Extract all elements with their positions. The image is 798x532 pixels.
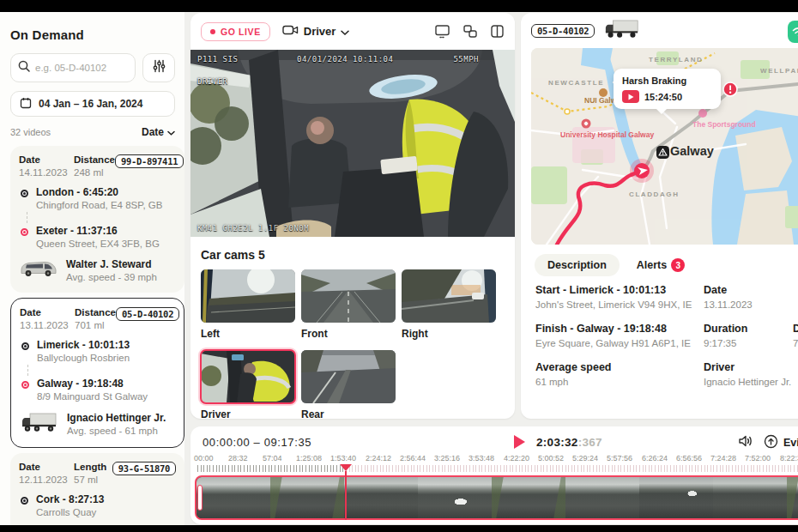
filmstrip-frame bbox=[492, 477, 565, 518]
filmstrip-frame bbox=[418, 477, 492, 518]
timeline-range: 00:00:00 – 09:17:35 bbox=[203, 436, 311, 449]
timeline-ticks-played[interactable] bbox=[197, 465, 345, 472]
sort-dropdown[interactable]: Date bbox=[142, 126, 175, 138]
filmstrip-trim-handle[interactable] bbox=[197, 485, 203, 511]
popup-event-time: 15:24:50 bbox=[644, 92, 682, 102]
go-live-label: GO LIVE bbox=[221, 27, 261, 37]
calendar-icon bbox=[20, 97, 32, 112]
route-start-icon bbox=[21, 342, 29, 350]
trip-item-2-selected[interactable]: Date 13.11.2023 Distance 701 ml 05-D-401… bbox=[10, 298, 184, 448]
trip-metric: 57 ml bbox=[74, 475, 112, 485]
volume-icon[interactable] bbox=[738, 434, 753, 451]
thumb-label: Rear bbox=[301, 408, 396, 419]
right-cam-image bbox=[402, 269, 496, 323]
search-icon bbox=[18, 60, 30, 76]
thumb-right-cam[interactable]: Right bbox=[402, 269, 496, 340]
truck-icon bbox=[20, 411, 59, 437]
evidence-button[interactable]: Evidence bbox=[764, 434, 798, 451]
split-view-icon[interactable] bbox=[490, 24, 505, 39]
field-driver: Driver Ignacio Hettinger Jr. bbox=[704, 361, 793, 387]
timecode-milliseconds: :367 bbox=[578, 436, 602, 449]
search-input-wrap bbox=[10, 53, 136, 82]
timeline-ticks-remaining[interactable] bbox=[346, 465, 798, 472]
main-video-player[interactable]: P111 SIS DRIVER 04/01/2024 10:11:04 55MP… bbox=[190, 50, 515, 237]
app-stage: On Demand 04 Jan – 16 Jan, 2024 32 video… bbox=[0, 12, 798, 525]
search-input[interactable] bbox=[35, 63, 121, 73]
playhead-line[interactable] bbox=[345, 471, 347, 520]
play-button[interactable] bbox=[514, 435, 525, 449]
map-poi-sportsground: The Sportsground bbox=[692, 120, 756, 130]
filmstrip-frame bbox=[344, 477, 418, 518]
camera-thumbnails: Left Front Right Driver Rear bbox=[190, 269, 515, 419]
license-plate-badge: 99-D-897411 bbox=[115, 154, 184, 168]
overlay-vehicle-plate: P111 SIS bbox=[197, 55, 238, 63]
thumb-front-cam[interactable]: Front bbox=[301, 269, 396, 340]
timeline-filmstrip[interactable] bbox=[195, 475, 798, 520]
map-poi-hospital: University Hospital Galway bbox=[560, 130, 629, 140]
trip-metric: 248 ml bbox=[74, 167, 115, 178]
stop-title: Limerick - 10:01:13 bbox=[37, 339, 130, 351]
map-label-wellpark: WELLPARK bbox=[760, 67, 798, 75]
map-label-terryland: TERRYLAND bbox=[649, 56, 703, 63]
license-plate-badge: 93-G-51870 bbox=[112, 462, 176, 475]
stop-address: Queen Street, EX4 3FB, BG bbox=[36, 239, 160, 249]
trip-map[interactable]: NEWCASTLE TERRYLAND WELLPARK CLADDAGH NU… bbox=[531, 48, 798, 245]
tab-description[interactable]: Description bbox=[535, 254, 620, 276]
trip-metric-label: Length bbox=[74, 462, 112, 472]
connectivity-status-icon bbox=[788, 21, 798, 43]
monitor-view-icon[interactable] bbox=[434, 24, 450, 39]
driver-name: Walter J. Steward bbox=[66, 258, 157, 270]
trip-date-label: Date bbox=[19, 462, 74, 472]
field-distance: Distance 701 ml bbox=[793, 323, 798, 348]
stop-address: 8/9 Mainguard St Galway bbox=[37, 391, 148, 402]
driver-cam-image bbox=[201, 350, 295, 403]
date-range-picker[interactable]: 04 Jan – 16 Jan, 2024 bbox=[10, 91, 175, 117]
page-title: On Demand bbox=[10, 27, 184, 42]
trip-metric-label: Distance bbox=[74, 154, 115, 165]
route-end-icon bbox=[21, 381, 29, 389]
trip-fields: Start - Limerick - 10:01:13 John's Stree… bbox=[535, 284, 798, 387]
overlay-cam-name: DRIVER bbox=[197, 77, 228, 86]
filter-button[interactable] bbox=[142, 53, 175, 82]
trip-list: Date 14.11.2023 Distance 248 ml 99-D-897… bbox=[10, 146, 184, 525]
trip-item-3[interactable]: Date 12.11.2023 Length 57 ml 93-G-51870 … bbox=[10, 453, 184, 525]
tab-alerts[interactable]: Alerts 3 bbox=[637, 258, 685, 272]
multi-window-icon[interactable] bbox=[462, 24, 478, 39]
field-start: Start - Limerick - 10:01:13 John's Stree… bbox=[535, 284, 704, 310]
stop-address: Ballyclough Rosbrien bbox=[37, 353, 130, 363]
camera-select-dropdown[interactable]: Driver bbox=[282, 24, 350, 39]
go-live-button[interactable]: GO LIVE bbox=[201, 22, 270, 41]
trip-detail-panel: 05-D-40102 bbox=[521, 13, 798, 419]
chevron-down-icon bbox=[167, 126, 175, 138]
thumb-label: Driver bbox=[201, 408, 295, 419]
thumb-rear-cam[interactable]: Rear bbox=[301, 350, 396, 419]
stop-address: Chingford Road, E4 8SP, GB bbox=[36, 200, 162, 210]
thumb-driver-cam-selected[interactable]: Driver bbox=[201, 350, 295, 419]
popup-play-button[interactable] bbox=[622, 90, 639, 103]
car-cams-title: Car cams 5 bbox=[201, 248, 505, 262]
stop-title: London - 6:45:20 bbox=[36, 186, 162, 198]
sort-label: Date bbox=[142, 126, 164, 138]
thumb-label: Front bbox=[301, 328, 396, 340]
license-plate-badge: 05-D-40102 bbox=[116, 307, 179, 321]
filmstrip-frame bbox=[639, 477, 713, 518]
stop-title: Cork - 8:27:13 bbox=[36, 493, 104, 505]
route-end-icon bbox=[21, 228, 28, 236]
thumb-label: Left bbox=[201, 328, 295, 340]
top-letterbox-bar bbox=[0, 0, 798, 12]
trip-item-1[interactable]: Date 14.11.2023 Distance 248 ml 99-D-897… bbox=[10, 146, 184, 293]
map-city-label: Galway bbox=[670, 144, 714, 158]
thumb-left-cam[interactable]: Left bbox=[201, 269, 295, 340]
route-connector bbox=[27, 365, 175, 376]
avg-speed: Avg. speed - 39 mph bbox=[66, 272, 157, 282]
route-start-icon bbox=[21, 497, 28, 505]
camera-select-value: Driver bbox=[304, 25, 336, 38]
avg-speed: Avg. speed - 61 mph bbox=[67, 426, 166, 436]
truck-icon bbox=[603, 18, 641, 43]
playhead-marker[interactable] bbox=[340, 464, 352, 471]
trip-date: 13.11.2023 bbox=[20, 320, 75, 330]
sliders-icon bbox=[152, 59, 166, 76]
trip-metric: 701 ml bbox=[75, 320, 116, 330]
evidence-label: Evidence bbox=[783, 437, 798, 449]
alerts-count-badge: 3 bbox=[671, 258, 685, 272]
